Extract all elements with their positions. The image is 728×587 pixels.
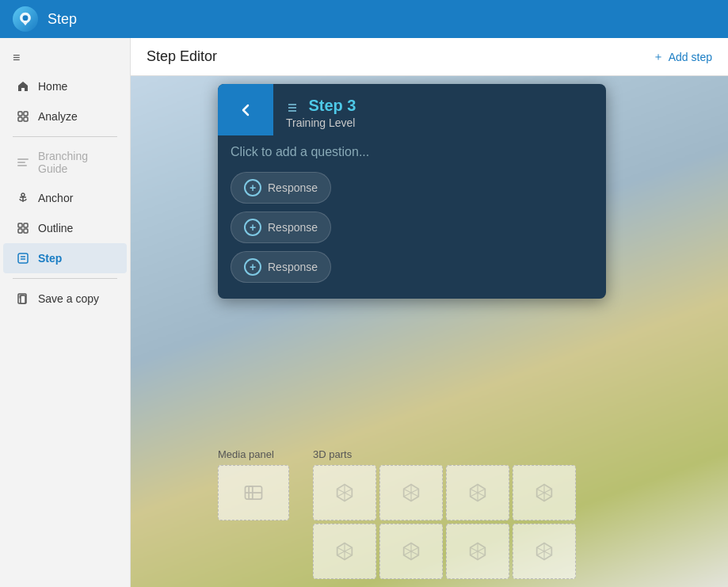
media-cell-1[interactable] [218, 465, 289, 520]
response-label-2: Response [268, 221, 318, 234]
save-copy-icon [16, 292, 30, 306]
svg-rect-15 [18, 253, 28, 263]
3d-part-icon-4 [533, 482, 555, 504]
part-cell-5[interactable] [313, 524, 376, 579]
step-subtitle: Training Level [286, 116, 593, 129]
branching-guide-icon [16, 155, 30, 170]
app-logo [13, 6, 38, 32]
svg-rect-13 [18, 229, 22, 233]
content-area: Step Editor ＋ Add step [131, 38, 728, 587]
analyze-icon [16, 109, 30, 124]
anchor-icon [16, 191, 30, 205]
content-header: Step Editor ＋ Add step [131, 38, 728, 76]
svg-rect-12 [24, 223, 28, 227]
topbar: Step [0, 0, 728, 38]
step-list-icon [286, 101, 299, 114]
part-cell-1[interactable] [313, 465, 376, 520]
part-cell-7[interactable] [446, 524, 509, 579]
step-card-back-button[interactable] [218, 84, 273, 135]
response-label-1: Response [268, 181, 318, 194]
hamburger-menu-icon[interactable]: ≡ [0, 44, 130, 71]
parts-panel-section: 3D parts [313, 448, 576, 579]
sidebar-item-save-copy[interactable]: Save a copy [3, 284, 127, 314]
sidebar-analyze-label: Analyze [38, 110, 78, 123]
sidebar: ≡ Home Analyze [0, 38, 131, 587]
svg-rect-4 [24, 117, 28, 121]
sidebar-item-step[interactable]: Step [3, 243, 127, 273]
sidebar-divider-2 [13, 278, 117, 279]
outline-icon [16, 221, 30, 235]
media-panel-label: Media panel [218, 448, 297, 460]
sidebar-item-anchor[interactable]: Anchor [3, 183, 127, 213]
3d-part-icon-2 [400, 482, 422, 504]
parts-grid-row-2 [313, 524, 576, 579]
3d-part-icon-1 [334, 482, 356, 504]
sidebar-step-label: Step [38, 252, 62, 265]
sidebar-branching-guide-label: Branching Guide [38, 150, 114, 175]
part-cell-6[interactable] [379, 524, 443, 579]
3d-part-icon-6 [400, 540, 422, 562]
part-cell-2[interactable] [379, 465, 443, 520]
response-button-2[interactable]: + Response [231, 212, 331, 243]
svg-rect-2 [24, 112, 28, 116]
sidebar-outline-label: Outline [38, 222, 73, 234]
bottom-panels: Media panel 3D parts [218, 448, 712, 579]
sidebar-item-branching-guide: Branching Guide [3, 142, 127, 183]
step-card-responses: + Response + Response + Response [218, 172, 606, 299]
part-cell-8[interactable] [513, 524, 576, 579]
response-plus-icon-2: + [244, 219, 261, 236]
app-title: Step [48, 11, 77, 28]
response-button-1[interactable]: + Response [231, 172, 331, 204]
step-title: Step 3 [308, 97, 356, 114]
response-plus-icon-3: + [244, 258, 261, 276]
3d-part-icon-5 [334, 540, 356, 562]
sidebar-item-outline[interactable]: Outline [3, 213, 127, 243]
step-icon [16, 251, 30, 265]
media-panel-section: Media panel [218, 448, 297, 579]
svg-point-8 [21, 193, 25, 196]
part-cell-4[interactable] [513, 465, 576, 520]
response-label-3: Response [268, 261, 318, 273]
3d-part-icon-3 [467, 482, 489, 504]
parts-panel-label: 3D parts [313, 448, 576, 460]
svg-rect-7 [17, 165, 27, 166]
response-plus-icon-1: + [244, 179, 261, 196]
add-step-plus-icon: ＋ [653, 50, 664, 64]
sidebar-item-home[interactable]: Home [3, 71, 127, 101]
parts-grid-row-1 [313, 465, 576, 520]
svg-rect-14 [24, 229, 28, 233]
svg-rect-11 [18, 223, 22, 227]
3d-part-icon-7 [467, 540, 489, 562]
sidebar-divider-1 [13, 136, 117, 137]
media-grid [218, 465, 297, 520]
3d-part-icon-8 [533, 540, 555, 562]
step-card-question[interactable]: Click to add a question... [218, 135, 606, 172]
svg-rect-5 [17, 158, 29, 160]
svg-rect-20 [21, 295, 25, 303]
svg-rect-3 [18, 117, 22, 121]
sidebar-save-copy-label: Save a copy [38, 292, 99, 305]
editor-canvas: Step 3 Training Level Click to add a que… [131, 76, 728, 587]
step-card-header: Step 3 Training Level [218, 84, 606, 135]
home-icon [16, 79, 30, 93]
svg-rect-6 [17, 162, 25, 163]
main-layout: ≡ Home Analyze [0, 38, 728, 587]
svg-point-0 [23, 15, 29, 21]
add-step-label: Add step [669, 51, 712, 63]
sidebar-item-analyze[interactable]: Analyze [3, 101, 127, 132]
add-step-button[interactable]: ＋ Add step [653, 50, 712, 64]
part-cell-3[interactable] [446, 465, 509, 520]
page-title: Step Editor [147, 48, 217, 65]
response-button-3[interactable]: + Response [231, 251, 331, 283]
svg-rect-1 [18, 112, 22, 116]
sidebar-anchor-label: Anchor [38, 192, 73, 204]
step-card-info: Step 3 Training Level [273, 84, 606, 135]
media-placeholder-icon [242, 482, 265, 504]
sidebar-home-label: Home [38, 80, 67, 93]
step-card: Step 3 Training Level Click to add a que… [218, 84, 606, 299]
